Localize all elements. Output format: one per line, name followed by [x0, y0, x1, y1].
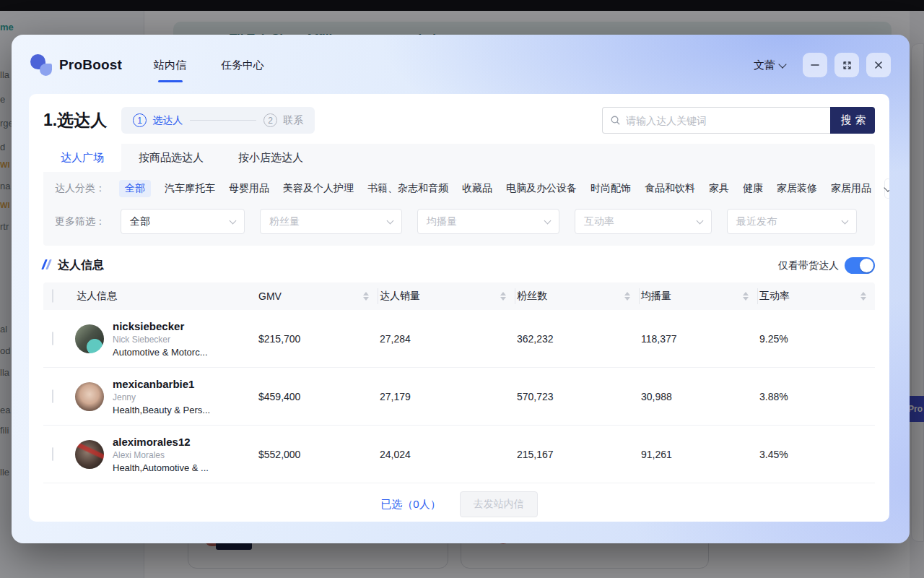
col-influencer: 达人信息	[77, 290, 117, 303]
chevron-down-icon	[230, 217, 237, 224]
only-sellers-toggle[interactable]	[845, 257, 875, 274]
influencer-cell: mexicanbarbie1 Jenny Health,Beauty & Per…	[75, 378, 257, 415]
category-all[interactable]: 全部	[119, 180, 151, 197]
filter-select-engagement[interactable]: 互动率	[575, 209, 712, 234]
search-group: 搜索	[602, 107, 875, 134]
nav-item-messages[interactable]: 站内信	[152, 53, 188, 78]
category-label: 达人分类：	[55, 182, 105, 195]
category-item[interactable]: 时尚配饰	[590, 182, 631, 195]
category-item[interactable]: 家具	[709, 182, 729, 195]
category-item[interactable]: 书籍、杂志和音频	[367, 182, 448, 195]
maximize-button[interactable]	[834, 53, 859, 77]
sort-icon[interactable]	[363, 292, 370, 301]
chevron-down-icon	[697, 217, 704, 224]
tab-influencer-plaza[interactable]: 达人广场	[43, 144, 121, 172]
category-item[interactable]: 母婴用品	[229, 182, 269, 195]
filter-select-avg-views[interactable]: 均播量	[417, 209, 559, 234]
section-header: 达人信息 仅看带货达人	[43, 257, 875, 274]
sales-value: 27,284	[378, 333, 515, 345]
toggle-label: 仅看带货达人	[778, 259, 839, 272]
category-item[interactable]: 食品和饮料	[645, 182, 695, 195]
col-engagement: 互动率	[759, 290, 790, 303]
category-item[interactable]: 健康	[743, 182, 763, 195]
category-expand-button[interactable]	[885, 179, 889, 198]
modal-header: ProBoost 站内信 任务中心 文蕾	[12, 35, 910, 95]
brand-name: ProBoost	[59, 57, 122, 73]
search-box	[602, 107, 830, 134]
chevron-down-icon	[842, 217, 849, 224]
sort-icon[interactable]	[860, 292, 868, 301]
user-menu[interactable]: 文蕾	[754, 59, 785, 72]
more-filters-row: 更多筛选： 全部 粉丝量 均播量 互动率 最近发布	[55, 209, 863, 234]
filter-select-recent[interactable]: 最近发布	[727, 209, 857, 234]
sort-icon[interactable]	[500, 292, 507, 301]
filter-content: 达人分类： 全部 汽车摩托车 母婴用品 美容及个人护理 书籍、杂志和音频 收藏品…	[43, 172, 875, 246]
category-item[interactable]: 电脑及办公设备	[506, 182, 577, 195]
influencer-cell: nicksiebecker Nick Siebecker Automotive …	[75, 320, 257, 358]
table-header: 达人信息 GMV 达人销量 粉丝数 均播量 互动率	[43, 282, 875, 310]
close-button[interactable]	[866, 53, 891, 77]
sales-value: 27,179	[378, 391, 515, 402]
select-value: 最近发布	[736, 215, 777, 228]
category-row: 达人分类： 全部 汽车摩托车 母婴用品 美容及个人护理 书籍、杂志和音频 收藏品…	[55, 179, 863, 198]
category-item[interactable]: 汽车摩托车	[165, 182, 215, 195]
row-checkbox[interactable]	[52, 447, 53, 461]
row-checkbox[interactable]	[52, 332, 53, 345]
filter-block: 达人广场 按商品选达人 按小店选达人 达人分类： 全部 汽车摩托车 母婴用品 美…	[43, 144, 875, 246]
filter-select-all[interactable]: 全部	[121, 209, 245, 234]
sort-icon[interactable]	[743, 292, 750, 301]
step-connector	[190, 120, 256, 121]
chevron-down-icon	[884, 184, 889, 191]
category-item[interactable]: 家居装修	[777, 182, 817, 195]
minimize-button[interactable]	[803, 53, 827, 77]
search-icon	[610, 115, 621, 126]
row-checkbox[interactable]	[52, 389, 53, 403]
engagement-value: 9.25%	[758, 333, 875, 345]
select-value: 互动率	[584, 215, 614, 228]
category-item[interactable]: 家居用品	[831, 182, 871, 195]
screen: TikTok Shop Affiliate was upgraded Pro m…	[0, 0, 924, 578]
header-right: 文蕾	[754, 53, 891, 77]
step-2-circle: 2	[263, 113, 277, 127]
user-name: 文蕾	[754, 59, 775, 72]
tab-by-product[interactable]: 按商品选达人	[121, 144, 221, 172]
select-value: 粉丝量	[269, 215, 300, 228]
avatar	[75, 382, 104, 411]
step-2-label: 联系	[283, 114, 303, 127]
nav-item-task-center[interactable]: 任务中心	[219, 53, 266, 78]
sort-icon[interactable]	[624, 292, 632, 301]
influencer-username: nicksiebecker	[113, 320, 208, 332]
col-gmv: GMV	[258, 290, 282, 302]
influencer-category: Health,Beauty & Pers...	[113, 405, 210, 415]
category-item[interactable]: 美容及个人护理	[283, 182, 354, 195]
search-input[interactable]	[626, 115, 823, 126]
avg-views-value: 30,988	[640, 391, 758, 402]
page-title: 1.选达人	[43, 109, 107, 131]
select-value: 全部	[130, 215, 150, 228]
step-contact: 2 联系	[263, 113, 303, 127]
search-button[interactable]: 搜索	[830, 107, 875, 134]
section-title: 达人信息	[58, 258, 104, 273]
tab-by-shop[interactable]: 按小店选达人	[221, 144, 321, 172]
table-row: nicksiebecker Nick Siebecker Automotive …	[43, 310, 875, 368]
stepper: 1 选达人 2 联系	[121, 107, 315, 134]
gmv-value: $552,000	[257, 449, 378, 460]
influencer-category: Health,Automotive & ...	[113, 462, 209, 473]
toggle-wrap: 仅看带货达人	[778, 257, 875, 274]
sales-value: 24,024	[378, 449, 515, 460]
followers-value: 570,723	[515, 391, 640, 402]
influencer-realname: Jenny	[113, 392, 210, 402]
table-row: mexicanbarbie1 Jenny Health,Beauty & Per…	[43, 368, 875, 426]
select-all-checkbox[interactable]	[52, 289, 53, 303]
filter-select-followers[interactable]: 粉丝量	[260, 209, 402, 234]
select-value: 均播量	[427, 215, 457, 228]
gmv-value: $459,400	[257, 391, 378, 402]
step-1-circle: 1	[133, 113, 147, 127]
influencer-cell: aleximorales12 Alexi Morales Health,Auto…	[75, 436, 257, 473]
toggle-knob	[860, 259, 873, 272]
category-item[interactable]: 收藏品	[462, 182, 492, 195]
send-message-button[interactable]: 去发站内信	[460, 491, 538, 517]
chevron-down-icon	[778, 60, 786, 68]
col-sales: 达人销量	[380, 290, 420, 303]
tab-row: 达人广场 按商品选达人 按小店选达人	[43, 144, 875, 172]
